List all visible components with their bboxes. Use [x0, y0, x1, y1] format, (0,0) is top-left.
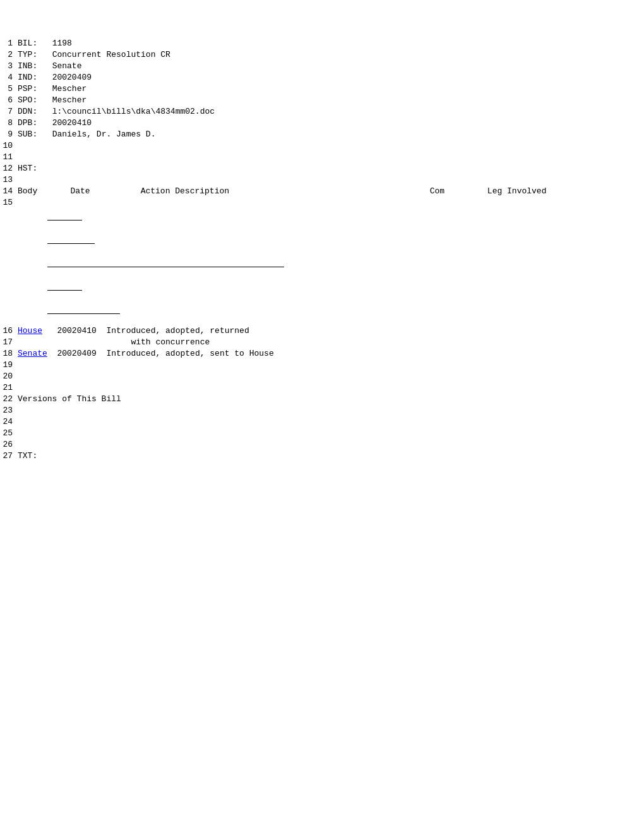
line-16: 16 House 20020410 Introduced, adopted, r… — [0, 325, 644, 337]
line-3: 3 INB: Senate — [0, 61, 644, 72]
line-22: 22 Versions of This Bill — [0, 394, 644, 405]
inb-label: INB: — [18, 61, 37, 71]
line-26: 26 — [0, 439, 644, 450]
line-content-16: House 20020410 Introduced, adopted, retu… — [18, 325, 644, 337]
line-content-27: TXT: — [18, 450, 644, 462]
line-content-15 — [18, 197, 644, 325]
house-action-2: with concurrence — [131, 337, 210, 347]
line-2: 2 TYP: Concurrent Resolution CR — [0, 49, 644, 61]
house-link[interactable]: House — [18, 326, 42, 335]
senate-date: 20020409 — [57, 349, 96, 358]
line-content-22: Versions of This Bill — [18, 394, 644, 405]
typ-label: TYP: — [18, 50, 37, 59]
line-content-20 — [18, 371, 644, 382]
header-body: Body — [18, 186, 56, 197]
typ-value: Concurrent Resolution CR — [52, 50, 170, 59]
inb-value: Senate — [52, 61, 82, 71]
line-number-15: 15 — [0, 197, 18, 208]
line-content-12: HST: — [18, 163, 644, 174]
psp-label: PSP: — [18, 84, 37, 94]
line-number-24: 24 — [0, 416, 18, 428]
line-content-23 — [18, 405, 644, 416]
line-content-10 — [18, 140, 644, 152]
line-content-25 — [18, 428, 644, 439]
line-20: 20 — [0, 371, 644, 382]
line-6: 6 SPO: Mescher — [0, 95, 644, 106]
line-21: 21 — [0, 382, 644, 394]
line-number-2: 2 — [0, 49, 18, 61]
line-number-22: 22 — [0, 394, 18, 405]
line-9: 9 SUB: Daniels, Dr. James D. — [0, 129, 644, 140]
line-11: 11 — [0, 152, 644, 163]
line-17: 17 with concurrence — [0, 337, 644, 348]
line-number-19: 19 — [0, 360, 18, 371]
line-content-8: DPB: 20020410 — [18, 118, 644, 129]
versions-label: Versions of This Bill — [18, 394, 121, 404]
line-7: 7 DDN: l:\council\bills\dka\4834mm02.doc — [0, 106, 644, 118]
underline-action — [47, 255, 284, 267]
line-content-2: TYP: Concurrent Resolution CR — [18, 49, 644, 61]
line-10: 10 — [0, 140, 644, 152]
line-19: 19 — [0, 360, 644, 371]
line-number-18: 18 — [0, 348, 18, 360]
line-27: 27 TXT: — [0, 450, 644, 462]
line-number-3: 3 — [0, 61, 18, 72]
ddn-value: l:\council\bills\dka\4834mm02.doc — [52, 107, 215, 116]
dpb-value: 20020410 — [52, 118, 92, 128]
line-number-1: 1 — [0, 38, 18, 49]
line-number-25: 25 — [0, 428, 18, 439]
line-18: 18 Senate 20020409 Introduced, adopted, … — [0, 348, 644, 360]
line-content-6: SPO: Mescher — [18, 95, 644, 106]
line-number-6: 6 — [0, 95, 18, 106]
underline-date — [47, 232, 95, 244]
bil-label: BIL: — [18, 39, 37, 48]
line-number-13: 13 — [0, 174, 18, 186]
underline-leg — [47, 302, 120, 314]
house-action-1: Introduced, adopted, returned — [106, 326, 249, 335]
line-content-13 — [18, 174, 644, 186]
line-content-24 — [18, 416, 644, 428]
line-4: 4 IND: 20020409 — [0, 72, 644, 83]
psp-value: Mescher — [52, 84, 87, 94]
line-content-26 — [18, 439, 644, 450]
line-content-21 — [18, 382, 644, 394]
underline-body — [47, 208, 82, 221]
line-number-5: 5 — [0, 83, 18, 95]
ddn-label: DDN: — [18, 107, 37, 116]
line-5: 5 PSP: Mescher — [0, 83, 644, 95]
spo-value: Mescher — [52, 95, 87, 105]
line-content-19 — [18, 360, 644, 371]
line-content-1: BIL: 1198 — [18, 38, 644, 49]
line-number-7: 7 — [0, 106, 18, 118]
sub-label: SUB: — [18, 130, 37, 139]
line-number-21: 21 — [0, 382, 18, 394]
line-12: 12 HST: — [0, 163, 644, 174]
page: 1 BIL: 1198 2 TYP: Concurrent Resolution… — [0, 0, 644, 834]
hst-label: HST: — [18, 164, 37, 173]
line-content-3: INB: Senate — [18, 61, 644, 72]
line-number-12: 12 — [0, 163, 18, 174]
line-number-11: 11 — [0, 152, 18, 163]
line-number-27: 27 — [0, 450, 18, 462]
line-15: 15 — [0, 197, 644, 325]
line-content-5: PSP: Mescher — [18, 83, 644, 95]
header-date: Date — [70, 186, 121, 197]
line-content-7: DDN: l:\council\bills\dka\4834mm02.doc — [18, 106, 644, 118]
line-14: 14 Body Date Action Description Com Leg … — [0, 186, 644, 197]
line-8: 8 DPB: 20020410 — [0, 118, 644, 129]
line-24: 24 — [0, 416, 644, 428]
line-number-26: 26 — [0, 439, 18, 450]
senate-action: Introduced, adopted, sent to House — [106, 349, 273, 358]
line-number-23: 23 — [0, 405, 18, 416]
senate-link[interactable]: Senate — [18, 349, 47, 358]
line-number-9: 9 — [0, 129, 18, 140]
line-number-20: 20 — [0, 371, 18, 382]
underline-com — [47, 279, 82, 291]
ind-label: IND: — [18, 73, 37, 82]
line-number-4: 4 — [0, 72, 18, 83]
header-leg: Leg Involved — [487, 186, 563, 197]
line-number-14: 14 — [0, 186, 18, 197]
ind-value: 20020409 — [52, 73, 92, 82]
line-1: 1 BIL: 1198 — [0, 38, 644, 49]
line-content-4: IND: 20020409 — [18, 72, 644, 83]
